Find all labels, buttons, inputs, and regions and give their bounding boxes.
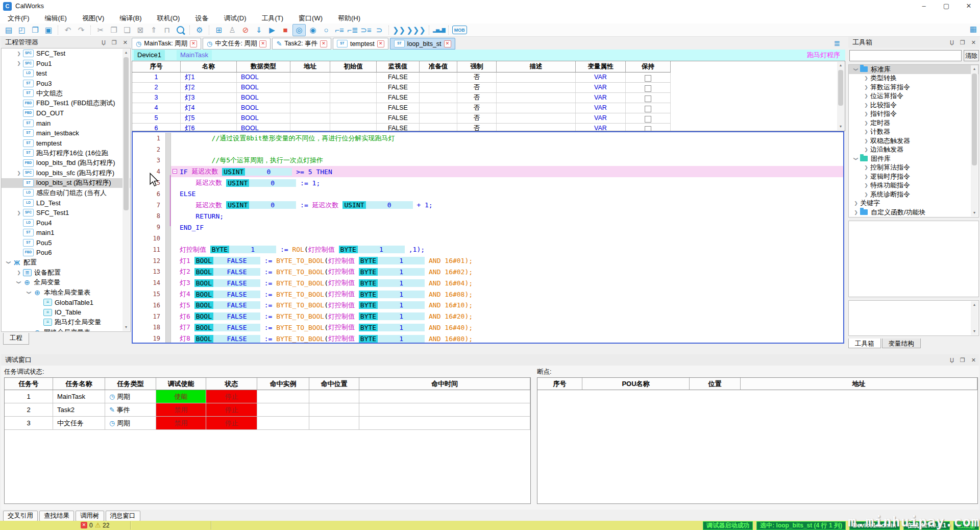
chevron-collapsed-icon[interactable]: ❯ — [15, 210, 23, 215]
task-row[interactable]: 2Task2✎ 事件禁用停止 — [5, 403, 530, 417]
run-icon[interactable]: ▶ — [266, 25, 278, 36]
tab-close-icon[interactable]: ✕ — [444, 40, 451, 47]
tree-item[interactable]: ❯Ж配置 — [2, 258, 130, 268]
column-header[interactable]: 描述 — [497, 61, 576, 73]
chart-icon[interactable]: ▂▅▃▇ — [433, 25, 445, 36]
breakpoint-margin[interactable] — [165, 244, 171, 255]
scroll-down-icon[interactable]: ▾ — [122, 324, 130, 331]
pin-icon[interactable]: Џ — [950, 357, 954, 363]
compile-icon[interactable]: ⚙ — [193, 25, 206, 36]
code-line[interactable]: 13灯2 BOOLFALSE := BYTE_TO_BOOL(灯控制值 BYTE… — [133, 267, 843, 278]
column-header[interactable]: 命中实例 — [257, 378, 309, 390]
device-config-icon[interactable]: ⊞ — [213, 25, 225, 36]
tree-item[interactable]: STPou5 — [2, 238, 130, 248]
tree-item[interactable]: STmain — [2, 118, 130, 129]
chevron-expanded-icon[interactable]: ❯ — [27, 288, 32, 297]
tree-item[interactable]: ≡跑马灯全局变量 — [2, 318, 130, 328]
cut-icon[interactable]: ✂ — [94, 25, 107, 36]
scroll-up-icon[interactable]: ▴ — [122, 49, 130, 56]
chevron-expanded-icon[interactable]: ❯ — [27, 328, 32, 332]
column-header[interactable]: 地址 — [741, 378, 977, 390]
chevron-collapsed-icon[interactable]: ❯ — [862, 192, 870, 197]
close-panel-icon[interactable]: ✕ — [971, 39, 976, 45]
tree-item[interactable]: ❯比较指令 — [849, 101, 978, 110]
tree-item[interactable]: ❯关键字 — [849, 199, 978, 208]
bottom-tab[interactable]: 查找结果 — [39, 511, 74, 521]
breakpoint-margin[interactable] — [165, 144, 171, 155]
breakpoint-margin[interactable] — [165, 322, 171, 333]
chevron-collapsed-icon[interactable]: ❯ — [862, 138, 870, 143]
tree-item[interactable]: ❯特殊功能指令 — [849, 181, 978, 190]
column-header[interactable]: 地址 — [290, 61, 330, 73]
variable-table-scrollbar[interactable]: ▴▾ — [837, 62, 844, 130]
breakpoint-margin[interactable] — [165, 311, 171, 322]
column-header[interactable]: 状态 — [206, 378, 257, 390]
breakpoint-margin[interactable] — [165, 155, 171, 166]
float-panel-icon[interactable]: ▦ — [970, 25, 977, 34]
menu-item[interactable]: 视图(V) — [75, 12, 112, 23]
chevron-collapsed-icon[interactable]: ❯ — [862, 147, 870, 152]
tree-item[interactable]: FBDDO_OUT — [2, 108, 130, 118]
tab-close-icon[interactable]: ✕ — [320, 40, 327, 47]
tree-item[interactable]: LDtest — [2, 68, 130, 79]
column-header[interactable]: 任务号 — [5, 378, 53, 390]
tree-item[interactable]: LDLD_Test — [2, 198, 130, 208]
chevron-expanded-icon[interactable]: ❯ — [853, 155, 859, 163]
chevron-collapsed-icon[interactable]: ❯ — [862, 121, 870, 126]
chevron-collapsed-icon[interactable]: ❯ — [862, 85, 870, 90]
scroll-down-icon[interactable]: ▾ — [971, 328, 978, 335]
scroll-down-icon[interactable]: ▾ — [837, 123, 844, 130]
tree-item[interactable]: FBDloop_bits_fbd (跑马灯程序) — [2, 158, 130, 168]
monitor-icon[interactable]: ◎ — [292, 24, 306, 36]
tree-item[interactable]: ❯系统诊断指令 — [849, 190, 978, 199]
toolbox-search-input[interactable] — [849, 50, 962, 61]
chevron-collapsed-icon[interactable]: ❯ — [862, 103, 870, 108]
save-icon[interactable]: ▣ — [42, 25, 55, 36]
chevron-collapsed-icon[interactable]: ❯ — [15, 61, 23, 66]
project-bottom-tab[interactable]: 工程 — [3, 333, 29, 345]
code-line[interactable]: 11灯控制值 BYTE1 := ROL(灯控制值 BYTE1 ,1); — [133, 244, 843, 255]
scroll-up-icon[interactable]: ▴ — [971, 65, 978, 73]
tree-item[interactable]: ❯逻辑时序指令 — [849, 172, 978, 181]
chevron-collapsed-icon[interactable]: ❯ — [862, 183, 870, 188]
menu-item[interactable]: 帮助(H) — [330, 12, 368, 23]
keep-checkbox[interactable] — [645, 75, 651, 82]
breakpoint-margin[interactable] — [165, 288, 171, 300]
column-header[interactable]: 位置 — [690, 378, 741, 390]
device-name[interactable]: Device1 — [134, 50, 165, 60]
tree-item[interactable]: ❯≣设备配置 — [2, 268, 130, 278]
document-tab[interactable]: ◷中文任务: 周期✕ — [203, 38, 271, 50]
breakpoint-margin[interactable] — [165, 333, 171, 344]
paste-icon[interactable]: ❏ — [121, 25, 133, 36]
tree-item[interactable]: ST中文组态 — [2, 88, 130, 99]
chevron-collapsed-icon[interactable]: ❯ — [852, 210, 860, 215]
toolbox-tab[interactable]: 变量结构 — [882, 339, 921, 348]
step-into-icon[interactable]: ⌐≡ — [333, 25, 346, 36]
open-project-icon[interactable]: ◰ — [16, 25, 28, 36]
login-user-icon[interactable]: ♙ — [226, 25, 238, 36]
table-row[interactable]: 3灯3BOOLFALSE否VAR — [132, 93, 845, 103]
float-window-icon[interactable]: ❐ — [960, 39, 965, 45]
fast-forward-icon[interactable]: ❯❯ — [393, 25, 405, 36]
tree-item[interactable]: ❯双稳态触发器 — [849, 136, 978, 146]
column-header[interactable]: 任务类型 — [105, 378, 156, 390]
menu-item[interactable]: 调试(D) — [216, 12, 254, 23]
menu-item[interactable]: 工具(T) — [254, 12, 291, 23]
column-header[interactable]: 准备值 — [420, 61, 457, 73]
chevron-collapsed-icon[interactable]: ❯ — [862, 93, 870, 99]
breakpoint-margin[interactable] — [165, 255, 171, 267]
tree-item[interactable]: ❯标准库 — [849, 65, 978, 74]
tree-item[interactable]: ❯指针指令 — [849, 110, 978, 119]
column-header[interactable]: 任务名称 — [53, 378, 105, 390]
step-out-icon[interactable]: ⊃≡ — [360, 25, 372, 36]
tree-item[interactable]: STtemptest — [2, 138, 130, 149]
record-icon[interactable]: ◉ — [307, 25, 319, 36]
delete-icon[interactable]: ⊠ — [134, 25, 146, 36]
download-to-device-icon[interactable]: ⇓ — [253, 25, 265, 36]
document-tab[interactable]: STloop_bits_st✕ — [390, 38, 455, 50]
menu-item[interactable]: 编辑(E) — [37, 12, 75, 23]
st-code-editor[interactable]: 1 //通过设置8bit整形变量的不同位，再进行位分解实现跑马灯23 //每5个… — [132, 131, 844, 344]
tree-item[interactable]: ❯SFCSFC_Test1 — [2, 208, 130, 218]
bottom-tab[interactable]: 交叉引用 — [3, 511, 38, 521]
keep-checkbox[interactable] — [645, 106, 651, 112]
